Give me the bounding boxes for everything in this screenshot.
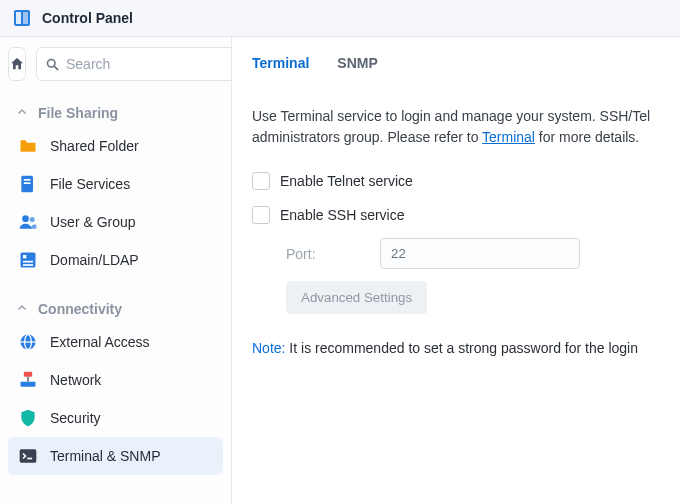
sidebar-item-file-services[interactable]: File Services (8, 165, 223, 203)
folder-icon (18, 136, 38, 156)
search-input[interactable] (66, 56, 232, 72)
port-input[interactable] (380, 238, 580, 269)
port-label: Port: (286, 246, 366, 262)
file-icon (18, 174, 38, 194)
search-field[interactable] (36, 47, 232, 81)
chevron-up-icon (16, 301, 30, 317)
group-file-sharing[interactable]: File Sharing (8, 95, 223, 127)
shield-icon (18, 408, 38, 428)
home-icon (9, 56, 25, 72)
group-label: File Sharing (38, 105, 118, 121)
enable-telnet-checkbox[interactable] (252, 172, 270, 190)
globe-icon (18, 332, 38, 352)
terminal-icon (18, 446, 38, 466)
terminal-help-link[interactable]: Terminal (482, 129, 535, 145)
titlebar: Control Panel (0, 0, 680, 37)
sidebar-item-terminal-snmp[interactable]: Terminal & SNMP (8, 437, 223, 475)
sidebar: File Sharing Shared Folder File Services… (0, 37, 232, 504)
tab-bar: Terminal SNMP (252, 51, 680, 84)
sidebar-item-label: Network (50, 372, 101, 388)
note-text: Note: It is recommended to set a strong … (252, 340, 680, 356)
sidebar-item-label: External Access (50, 334, 150, 350)
tab-terminal[interactable]: Terminal (252, 51, 309, 77)
home-button[interactable] (8, 47, 26, 81)
app-logo-icon (12, 8, 32, 28)
sidebar-item-label: User & Group (50, 214, 136, 230)
enable-telnet-label: Enable Telnet service (280, 173, 413, 189)
svg-rect-20 (20, 449, 37, 462)
svg-rect-18 (21, 382, 36, 387)
svg-point-8 (22, 215, 29, 222)
users-icon (18, 212, 38, 232)
chevron-up-icon (16, 105, 30, 121)
search-icon (45, 57, 60, 72)
svg-rect-13 (23, 264, 33, 266)
sidebar-item-label: File Services (50, 176, 130, 192)
svg-rect-12 (23, 261, 33, 263)
sidebar-item-label: Shared Folder (50, 138, 139, 154)
directory-icon (18, 250, 38, 270)
sidebar-item-security[interactable]: Security (8, 399, 223, 437)
svg-line-4 (54, 66, 58, 70)
sidebar-item-domain-ldap[interactable]: Domain/LDAP (8, 241, 223, 279)
svg-rect-1 (16, 12, 21, 24)
svg-rect-7 (24, 182, 31, 184)
tab-snmp[interactable]: SNMP (337, 51, 377, 77)
network-icon (18, 370, 38, 390)
sidebar-item-label: Domain/LDAP (50, 252, 139, 268)
enable-ssh-label: Enable SSH service (280, 207, 405, 223)
sidebar-item-label: Terminal & SNMP (50, 448, 160, 464)
svg-rect-17 (24, 372, 32, 377)
note-key: Note: (252, 340, 285, 356)
svg-point-3 (48, 59, 56, 67)
sidebar-item-label: Security (50, 410, 101, 426)
sidebar-item-network[interactable]: Network (8, 361, 223, 399)
svg-rect-2 (23, 12, 28, 24)
svg-rect-6 (24, 179, 31, 181)
group-label: Connectivity (38, 301, 122, 317)
advanced-settings-button[interactable]: Advanced Settings (286, 281, 427, 314)
description-text: Use Terminal service to login and manage… (252, 106, 680, 148)
sidebar-item-external-access[interactable]: External Access (8, 323, 223, 361)
content-pane: Terminal SNMP Use Terminal service to lo… (232, 37, 680, 504)
svg-point-9 (30, 217, 35, 222)
window-title: Control Panel (42, 10, 133, 26)
svg-rect-11 (23, 255, 26, 258)
sidebar-item-shared-folder[interactable]: Shared Folder (8, 127, 223, 165)
group-connectivity[interactable]: Connectivity (8, 291, 223, 323)
enable-ssh-checkbox[interactable] (252, 206, 270, 224)
sidebar-item-user-group[interactable]: User & Group (8, 203, 223, 241)
